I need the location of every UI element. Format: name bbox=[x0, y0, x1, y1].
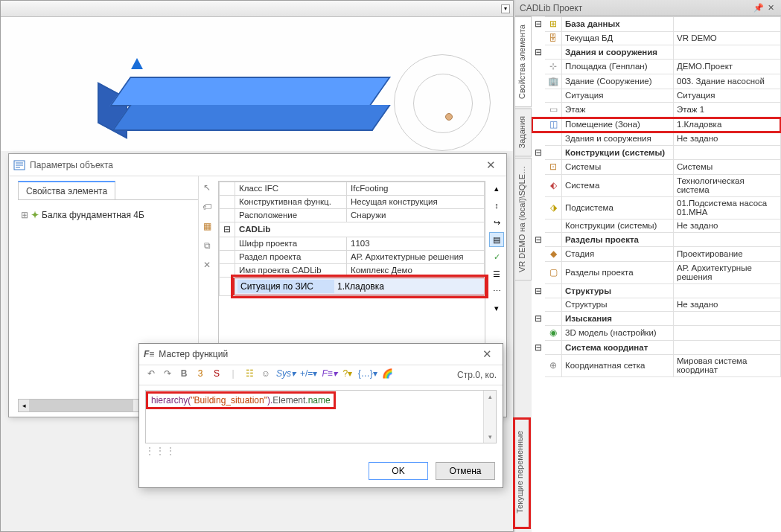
prop-row[interactable]: Имя проекта CADLibКомплекс Демо bbox=[220, 264, 485, 278]
prop-value[interactable]: IfcFooting bbox=[347, 182, 485, 196]
tb-s-icon[interactable]: S bbox=[211, 368, 223, 382]
cadlib-tree-grid[interactable]: ⊟⊞База данных🗄Текущая БДVR DEMO⊟Здания и… bbox=[532, 16, 781, 532]
tool-expand-icon[interactable]: ↕ bbox=[489, 198, 504, 213]
tool-layers-icon[interactable]: ▤ bbox=[489, 232, 504, 247]
row-value[interactable]: Не задано bbox=[674, 132, 781, 146]
tree-row[interactable]: ⊡СистемыСистемы bbox=[532, 160, 781, 175]
expand-icon[interactable]: ⊟ bbox=[532, 284, 545, 298]
expand-icon[interactable] bbox=[532, 197, 545, 219]
expand-icon[interactable] bbox=[532, 118, 545, 132]
tree-row[interactable]: 🗄Текущая БДVR DEMO bbox=[532, 32, 781, 45]
tree-row[interactable]: Конструкции (системы)Не задано bbox=[532, 219, 781, 233]
tb-ops-icon[interactable]: +/=▾ bbox=[300, 368, 317, 382]
row-value[interactable] bbox=[674, 233, 781, 247]
row-value[interactable]: Системы bbox=[674, 160, 781, 175]
tree-row[interactable]: ⊟⊞База данных bbox=[532, 17, 781, 32]
scroll-thumb[interactable] bbox=[29, 400, 133, 411]
tb-fn-icon[interactable]: F≡▾ bbox=[322, 368, 337, 382]
tb-undo-icon[interactable]: ↶ bbox=[145, 368, 157, 382]
expand-icon[interactable] bbox=[532, 175, 545, 197]
prop-row[interactable]: Шифр проекта1103 bbox=[220, 237, 485, 251]
close-icon[interactable]: ✕ bbox=[479, 158, 502, 172]
vtab-element-props[interactable]: Свойства элемента bbox=[515, 16, 532, 107]
expand-icon[interactable] bbox=[532, 103, 545, 118]
row-value[interactable]: Этаж 1 bbox=[674, 103, 781, 118]
tree-row[interactable]: ▢Разделы проектаАР. Архитектурные решени… bbox=[532, 262, 781, 284]
row-value[interactable] bbox=[674, 326, 781, 341]
model-viewport[interactable] bbox=[1, 17, 513, 151]
prop-row[interactable]: Конструктивная функц.Несущая конструкция bbox=[220, 196, 485, 209]
expand-icon[interactable] bbox=[532, 355, 545, 377]
tree-row[interactable]: ▭ЭтажЭтаж 1 bbox=[532, 103, 781, 118]
expand-icon[interactable]: ⊟ bbox=[532, 17, 545, 32]
tool-list-icon[interactable]: ☰ bbox=[489, 266, 504, 281]
expand-icon[interactable] bbox=[532, 60, 545, 74]
tb-color-icon[interactable]: 🌈 bbox=[382, 368, 394, 382]
beam-3d-model[interactable] bbox=[120, 77, 380, 132]
tree-row[interactable]: ⊹Площадка (Генплан)ДЕМО.Проект bbox=[532, 60, 781, 74]
row-value[interactable]: АР. Архитектурные решения bbox=[674, 262, 781, 284]
tool-close-icon[interactable]: ✕ bbox=[200, 260, 214, 273]
row-value[interactable] bbox=[674, 312, 781, 326]
tool-down-icon[interactable]: ▾ bbox=[489, 301, 504, 315]
prop-value[interactable]: 1103 bbox=[347, 237, 485, 251]
tree-row[interactable]: ⊕Координатная сеткаМировая система коорд… bbox=[532, 355, 781, 377]
tree-row[interactable]: ◫Помещение (Зона)1.Кладовка bbox=[532, 118, 781, 132]
expand-icon[interactable] bbox=[532, 247, 545, 262]
tree-row[interactable]: ⊟Конструкции (системы) bbox=[532, 146, 781, 160]
tb-help-icon[interactable]: ?▾ bbox=[342, 368, 354, 382]
expand-icon[interactable] bbox=[532, 32, 545, 45]
scroll-up-icon[interactable]: ▴ bbox=[484, 391, 496, 403]
row-value[interactable]: VR DEMO bbox=[674, 32, 781, 45]
view-compass[interactable] bbox=[394, 54, 491, 151]
tool-arrow-icon[interactable]: ↖ bbox=[200, 182, 214, 196]
scroll-left-icon[interactable]: ◂ bbox=[19, 400, 29, 411]
row-value[interactable] bbox=[674, 146, 781, 160]
tree-row[interactable]: ⬗Подсистема01.Подсистема насоса 01.МНА bbox=[532, 197, 781, 219]
resize-grip-icon[interactable]: ⋮⋮⋮ bbox=[145, 446, 176, 456]
formula-vscroll[interactable]: ▴ ▾ bbox=[483, 391, 496, 443]
row-value[interactable]: 01.Подсистема насоса 01.МНА bbox=[674, 197, 781, 219]
row-value[interactable] bbox=[674, 17, 781, 32]
tree-row[interactable]: ⊟Разделы проекта bbox=[532, 233, 781, 247]
prop-value[interactable]: АР. Архитектурные решения bbox=[347, 251, 485, 264]
tree-row[interactable]: Здания и сооруженияНе задано bbox=[532, 132, 781, 146]
tb-person-icon[interactable]: ☺ bbox=[260, 368, 272, 382]
expand-icon[interactable]: ⊟ bbox=[532, 341, 545, 355]
tool-more-icon[interactable]: ⋯ bbox=[489, 283, 504, 298]
tree-row[interactable]: 🏢Здание (Сооружение)003. Здание насосной bbox=[532, 74, 781, 89]
prop-row[interactable]: Раздел проектаАР. Архитектурные решения bbox=[220, 251, 485, 264]
viewport-dropdown-icon[interactable]: ▾ bbox=[501, 4, 510, 13]
tree-row[interactable]: ◆СтадияПроектирование bbox=[532, 247, 781, 262]
row-value[interactable]: 1.Кладовка bbox=[674, 118, 781, 132]
tb-braces-icon[interactable]: {…}▾ bbox=[358, 368, 377, 382]
pin-icon[interactable]: 📌 bbox=[753, 3, 765, 13]
scroll-down-icon[interactable]: ▾ bbox=[484, 431, 496, 443]
tree-row[interactable]: ⊟Здания и сооружения bbox=[532, 45, 781, 60]
cancel-button[interactable]: Отмена bbox=[436, 462, 495, 480]
expand-icon[interactable] bbox=[532, 298, 545, 312]
prop-row[interactable]: Ситуация по ЗИС1.Кладовка bbox=[220, 278, 485, 296]
tool-check-icon[interactable]: ✓ bbox=[489, 249, 504, 264]
row-value[interactable] bbox=[674, 284, 781, 298]
formula-textarea[interactable]: hierarchy("Building_situation").Element.… bbox=[145, 390, 497, 443]
expand-icon[interactable]: ⊟ bbox=[532, 146, 545, 160]
prop-value[interactable]: Несущая конструкция bbox=[347, 196, 485, 209]
tb-num-icon[interactable]: 3 bbox=[194, 368, 206, 382]
expand-icon[interactable] bbox=[532, 326, 545, 341]
tab-element-props[interactable]: Свойства элемента bbox=[18, 181, 115, 200]
tb-bold-icon[interactable]: B bbox=[178, 368, 190, 382]
expand-icon[interactable] bbox=[532, 132, 545, 146]
tree-item-beam[interactable]: ⊞ ✦ Балка фундаментная 4Б bbox=[18, 208, 198, 222]
tree-row[interactable]: СтруктурыНе задано bbox=[532, 298, 781, 312]
row-value[interactable]: Ситуация bbox=[674, 89, 781, 103]
prop-row[interactable]: РасположениеСнаружи bbox=[220, 209, 485, 222]
close-icon[interactable]: ✕ bbox=[476, 347, 498, 361]
tool-copy-icon[interactable]: ⧉ bbox=[200, 240, 214, 254]
tool-tag-icon[interactable]: 🏷 bbox=[200, 202, 214, 215]
row-value[interactable]: 003. Здание насосной bbox=[674, 74, 781, 89]
close-icon[interactable]: ✕ bbox=[765, 3, 777, 13]
expand-icon[interactable] bbox=[532, 219, 545, 233]
vtab-current-variables[interactable]: Текущие переменные bbox=[513, 417, 531, 529]
expand-icon[interactable]: ⊟ bbox=[532, 312, 545, 326]
